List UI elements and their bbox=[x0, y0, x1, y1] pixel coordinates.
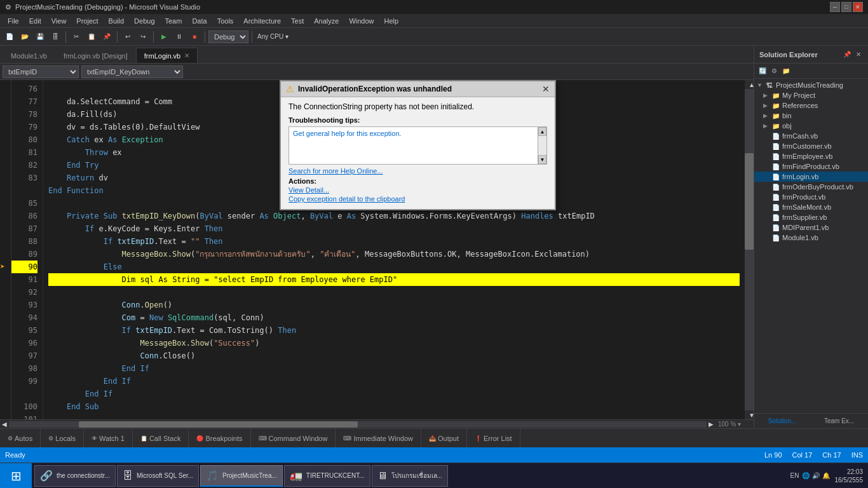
menu-project[interactable]: Project bbox=[71, 16, 103, 26]
save-all-button[interactable]: 🗄 bbox=[48, 30, 62, 44]
bottom-tab-breakpoints[interactable]: 🔴 Breakpoints bbox=[189, 429, 250, 447]
toolbar-separator-3 bbox=[153, 31, 154, 43]
code-editor[interactable]: ➤ 76 77 78 79 80 81 82 83 85 86 87 88 bbox=[0, 80, 754, 419]
bottom-tab-autos[interactable]: ⚙ Autos bbox=[0, 429, 41, 447]
new-project-button[interactable]: 📄 bbox=[3, 30, 17, 44]
taskbar-app-sql[interactable]: 🗄 Microsoft SQL Ser... bbox=[117, 465, 199, 487]
menu-build[interactable]: Build bbox=[104, 16, 129, 26]
help-scroll-up[interactable]: ▲ bbox=[538, 127, 546, 136]
menu-data[interactable]: Data bbox=[187, 16, 212, 26]
sol-tab-solution[interactable]: Solution... bbox=[768, 417, 796, 424]
menu-test[interactable]: Test bbox=[286, 16, 309, 26]
menu-help[interactable]: Help bbox=[379, 16, 404, 26]
bottom-tab-locals[interactable]: ⚙ Locals bbox=[41, 429, 84, 447]
scroll-track[interactable] bbox=[745, 89, 754, 410]
sol-refresh-button[interactable]: 🔄 bbox=[757, 67, 768, 75]
sol-properties-button[interactable]: ⚙ bbox=[770, 67, 779, 75]
taskbar-clock[interactable]: 22:03 16/5/2555 bbox=[835, 468, 864, 484]
sol-frmemployee[interactable]: 📄 frmEmployee.vb bbox=[754, 151, 868, 161]
sol-frmoderbuyproduct[interactable]: 📄 frmOderBuyProduct.vb bbox=[754, 182, 868, 192]
menu-edit[interactable]: Edit bbox=[24, 16, 46, 26]
tab-module1[interactable]: Module1.vb bbox=[3, 48, 55, 63]
solution-explorer-title: Solution Explorer bbox=[759, 51, 818, 58]
menu-analyze[interactable]: Analyze bbox=[309, 16, 344, 26]
sol-close-button[interactable]: ✕ bbox=[854, 50, 863, 58]
tab-frmlogin[interactable]: frmLogin.vb ✕ bbox=[136, 48, 198, 63]
sol-frmfindproduct[interactable]: 📄 frmFindProduct.vb bbox=[754, 161, 868, 172]
close-button[interactable]: ✕ bbox=[853, 2, 863, 12]
help-box-scrollbar[interactable]: ▲ ▼ bbox=[538, 127, 546, 164]
debug-mode-select[interactable]: Debug bbox=[208, 30, 248, 43]
start-button[interactable]: ⊞ bbox=[0, 463, 32, 488]
bottom-tab-output[interactable]: 📤 Output bbox=[421, 429, 467, 447]
bottom-tab-callstack[interactable]: 📋 Call Stack bbox=[133, 429, 189, 447]
vertical-scrollbar[interactable]: ▲ ▼ bbox=[745, 80, 754, 419]
bottom-tab-commandwindow[interactable]: ⌨ Command Window bbox=[251, 429, 336, 447]
help-link[interactable]: Get general help for this exception. bbox=[289, 127, 546, 140]
sol-showfiles-button[interactable]: 📁 bbox=[780, 67, 792, 75]
scope-dropdown[interactable]: txtEmpID bbox=[3, 65, 79, 78]
taskbar-app-vs[interactable]: 🎵 ProjectMusicTrea... bbox=[200, 465, 283, 487]
sol-references[interactable]: ▶ 📁 References bbox=[754, 100, 868, 111]
sol-obj[interactable]: ▶ 📁 obj bbox=[754, 121, 868, 131]
sol-tab-team[interactable]: Team Ex... bbox=[824, 417, 854, 424]
sol-pin-button[interactable]: 📌 bbox=[841, 50, 853, 58]
copy-button[interactable]: 📋 bbox=[85, 30, 98, 44]
menu-tools[interactable]: Tools bbox=[212, 16, 239, 26]
taskbar-app-program[interactable]: 🖥 โปรแกรมเชื่อมเล... bbox=[372, 465, 448, 487]
taskbar-app-connection[interactable]: 🔗 the connectionstr... bbox=[34, 465, 116, 487]
connection-app-icon: 🔗 bbox=[40, 470, 53, 482]
menu-architecture[interactable]: Architecture bbox=[238, 16, 286, 26]
solution-platforms-button[interactable]: Any CPU ▾ bbox=[255, 30, 290, 44]
sol-myproject[interactable]: ▶ 📁 My Project bbox=[754, 90, 868, 100]
stop-button[interactable]: ■ bbox=[187, 30, 201, 44]
menu-debug[interactable]: Debug bbox=[129, 16, 159, 26]
scroll-down-button[interactable]: ▼ bbox=[745, 410, 754, 419]
sol-frmsupplier[interactable]: 📄 frmSupplier.vb bbox=[754, 212, 868, 222]
tab-frmlogin-design[interactable]: frmLogin.vb [Design] bbox=[55, 48, 136, 63]
h-scroll-thumb[interactable] bbox=[79, 421, 358, 428]
cut-button[interactable]: ✂ bbox=[69, 30, 83, 44]
help-scroll-down[interactable]: ▼ bbox=[538, 155, 546, 164]
pause-button[interactable]: ⏸ bbox=[172, 30, 186, 44]
left-margin: ➤ bbox=[0, 80, 11, 419]
taskbar-app-tire[interactable]: 🚛 TIRETRUCKCENT... bbox=[284, 465, 370, 487]
redo-button[interactable]: ↪ bbox=[136, 30, 150, 44]
menu-file[interactable]: File bbox=[3, 16, 24, 26]
scroll-thumb[interactable] bbox=[745, 153, 754, 250]
h-scroll-track[interactable] bbox=[9, 421, 707, 428]
undo-button[interactable]: ↩ bbox=[121, 30, 135, 44]
maximize-button[interactable]: □ bbox=[841, 2, 851, 12]
minimize-button[interactable]: ─ bbox=[830, 2, 840, 12]
sol-frmlogin[interactable]: 📄 frmLogin.vb bbox=[754, 172, 868, 182]
horizontal-scrollbar[interactable]: ◀ ▶ 100 % ▾ bbox=[0, 419, 754, 428]
menu-window[interactable]: Window bbox=[344, 16, 379, 26]
copy-exception-link[interactable]: Copy exception detail to the clipboard bbox=[288, 195, 547, 203]
tab-frmlogin-close[interactable]: ✕ bbox=[184, 52, 189, 59]
menu-view[interactable]: View bbox=[46, 16, 72, 26]
sol-bin[interactable]: ▶ 📁 bin bbox=[754, 111, 868, 121]
sol-module1[interactable]: 📄 Module1.vb bbox=[754, 233, 868, 243]
sol-frmcustomer[interactable]: 📄 frmCustomer.vb bbox=[754, 141, 868, 151]
sol-myproject-label: My Project bbox=[782, 92, 815, 99]
connection-app-label: the connectionstr... bbox=[57, 472, 110, 479]
sol-frmsupplier-label: frmSupplier.vb bbox=[782, 214, 827, 221]
search-online-link[interactable]: Search for more Help Online... bbox=[288, 167, 547, 175]
method-dropdown[interactable]: txtEmpID_KeyDown bbox=[81, 65, 183, 78]
exception-close-button[interactable]: ✕ bbox=[542, 84, 550, 94]
sol-frmproduct[interactable]: 📄 frmProduct.vb bbox=[754, 192, 868, 202]
bottom-tab-immediatewindow[interactable]: ⌨ Immediate Window bbox=[336, 429, 421, 447]
menu-team[interactable]: Team bbox=[160, 16, 187, 26]
paste-button[interactable]: 📌 bbox=[100, 30, 114, 44]
bottom-tab-watch1[interactable]: 👁 Watch 1 bbox=[84, 429, 133, 447]
open-button[interactable]: 📂 bbox=[18, 30, 32, 44]
sol-project-root[interactable]: ▼ 🏗 ProjectMusicTreading bbox=[754, 80, 868, 90]
sol-mdiparent1[interactable]: 📄 MDIParent1.vb bbox=[754, 222, 868, 233]
view-detail-link[interactable]: View Detail... bbox=[288, 186, 547, 194]
scroll-up-button[interactable]: ▲ bbox=[745, 80, 754, 89]
sol-frmsalemont[interactable]: 📄 frmSaleMont.vb bbox=[754, 202, 868, 212]
bottom-tab-errorlist[interactable]: ❗ Error List bbox=[467, 429, 520, 447]
start-button[interactable]: ▶ bbox=[157, 30, 171, 44]
sol-frmcash[interactable]: 📄 frmCash.vb bbox=[754, 131, 868, 141]
save-button[interactable]: 💾 bbox=[33, 30, 47, 44]
